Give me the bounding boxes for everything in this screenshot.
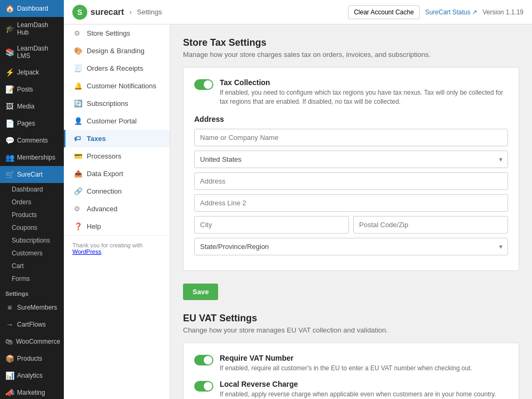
taxes-icon: 🏷 (74, 135, 82, 143)
country-select[interactable]: United States (194, 151, 508, 168)
require-vat-toggle[interactable] (194, 355, 213, 365)
tax-collection-desc: If enabled, you need to configure which … (220, 88, 508, 106)
main-content: Store Tax Settings Manage how your store… (170, 24, 532, 399)
nav-store-settings[interactable]: ⚙ Store Settings (64, 24, 170, 42)
sidebar-item-cartflows[interactable]: → CartFlows (0, 316, 64, 333)
sidebar-item-dashboard[interactable]: 🏠 Dashboard (0, 0, 64, 17)
sidebar-item-label: LearnDash Hub (17, 21, 59, 36)
sidebar-item-label: Marketing (17, 389, 45, 396)
nav-design-branding[interactable]: 🎨 Design & Branding (64, 42, 170, 60)
sidebar-sub-cart[interactable]: Cart (0, 260, 64, 272)
surecart-logo-icon: S (72, 5, 87, 20)
sidebar-sub-coupons[interactable]: Coupons (0, 221, 64, 234)
sidebar-item-memberships[interactable]: 👥 Memberships (0, 149, 64, 166)
sidebar-sub-orders[interactable]: Orders (0, 196, 64, 209)
nav-data-export[interactable]: 📤 Data Export (64, 165, 170, 182)
memberships-icon: 👥 (5, 153, 14, 162)
sidebar-item-media[interactable]: 🖼 Media (0, 98, 64, 115)
nav-label: Taxes (87, 135, 106, 143)
nav-connection[interactable]: 🔗 Connection (64, 182, 170, 200)
sidebar-item-products[interactable]: 📦 Products (0, 350, 64, 367)
nav-taxes[interactable]: 🏷 Taxes (64, 130, 170, 147)
local-reverse-toggle[interactable] (194, 381, 213, 392)
postal-input[interactable] (353, 216, 508, 234)
left-sidebar: 🏠 Dashboard 🎓 LearnDash Hub 📚 LearnDash … (0, 0, 64, 399)
address-input[interactable] (194, 172, 508, 190)
topbar: S surecart › Settings Clear Account Cach… (64, 0, 532, 24)
sidebar-sub-products[interactable]: Products (0, 209, 64, 221)
nav-customer-portal[interactable]: 👤 Customer Portal (64, 112, 170, 130)
sidebar-item-label: Products (17, 355, 42, 362)
advanced-icon: ⚙ (74, 205, 82, 213)
version-label: Version 1.1.19 (483, 9, 523, 16)
sidebar-sub-subscriptions[interactable]: Subscriptions (0, 234, 64, 247)
sidebar-item-comments[interactable]: 💬 Comments (0, 132, 64, 149)
sidebar-sub-dashboard[interactable]: Dashboard (0, 183, 64, 196)
nav-processors[interactable]: 💳 Processors (64, 147, 170, 165)
sidebar-item-learndash-hub[interactable]: 🎓 LearnDash Hub (0, 17, 64, 40)
wordpress-link[interactable]: WordPress (72, 248, 101, 255)
clear-cache-button[interactable]: Clear Account Cache (348, 5, 420, 19)
store-tax-save-button[interactable]: Save (183, 284, 218, 300)
sidebar-item-label: Dashboard (17, 5, 48, 12)
topbar-actions: Clear Account Cache SureCart Status ↗ Ve… (348, 5, 523, 19)
address2-input[interactable] (194, 194, 508, 212)
jetpack-icon: ⚡ (5, 68, 14, 77)
sidebar-item-label: WooCommerce (16, 338, 60, 345)
require-vat-label: Require VAT Number (220, 354, 472, 362)
nav-label: Orders & Receipts (87, 64, 143, 72)
require-vat-info: Require VAT Number If enabled, require a… (220, 354, 472, 373)
posts-icon: 📝 (5, 85, 14, 94)
sidebar-settings-label: Settings (0, 285, 64, 299)
store-tax-title: Store Tax Settings (183, 37, 519, 48)
sidebar-item-pages[interactable]: 📄 Pages (0, 115, 64, 132)
sidebar-item-marketing[interactable]: 📣 Marketing (0, 384, 64, 399)
nav-label: Store Settings (87, 29, 130, 37)
sidebar-item-posts[interactable]: 📝 Posts (0, 81, 64, 98)
sidebar-item-woocommerce[interactable]: 🛍 WooCommerce (0, 333, 64, 350)
content-wrapper: ⚙ Store Settings 🎨 Design & Branding 🧾 O… (64, 24, 532, 399)
notifications-icon: 🔔 (74, 82, 82, 90)
country-select-wrapper: United States (194, 151, 508, 168)
sidebar-item-analytics[interactable]: 📊 Analytics (0, 367, 64, 384)
topbar-logo: S surecart (72, 5, 124, 20)
design-branding-icon: 🎨 (74, 47, 82, 55)
products-icon: 📦 (5, 354, 14, 363)
sidebar-item-learndash-lms[interactable]: 📚 LearnDash LMS (0, 40, 64, 64)
local-reverse-info: Local Reverse Charge If enabled, apply r… (220, 380, 496, 399)
nav-help[interactable]: ❓ Help (64, 218, 170, 235)
customer-portal-icon: 👤 (74, 117, 82, 125)
nav-label: Processors (87, 152, 121, 160)
subscriptions-icon: 🔄 (74, 99, 82, 107)
sidebar-sub-forms[interactable]: Forms (0, 272, 64, 285)
sidebar-item-label: LearnDash LMS (17, 45, 59, 60)
sidebar-sub-customers[interactable]: Customers (0, 247, 64, 260)
nav-orders-receipts[interactable]: 🧾 Orders & Receipts (64, 60, 170, 77)
nav-label: Connection (87, 187, 122, 195)
nav-label: Help (87, 222, 101, 230)
city-input[interactable] (194, 216, 349, 234)
state-select-wrapper: State/Province/Region (194, 238, 508, 255)
data-export-icon: 📤 (74, 170, 82, 178)
name-company-input[interactable] (194, 129, 508, 146)
sidebar-item-label: Comments (17, 137, 48, 144)
store-tax-card: Tax Collection If enabled, you need to c… (183, 67, 519, 271)
nav-label: Customer Notifications (87, 82, 156, 90)
external-link-icon: ↗ (472, 9, 477, 16)
nav-subscriptions[interactable]: 🔄 Subscriptions (64, 95, 170, 112)
sidebar-item-jetpack[interactable]: ⚡ Jetpack (0, 64, 64, 81)
eu-vat-desc: Change how your store manages EU VAT col… (183, 326, 519, 334)
sidebar-item-surecart[interactable]: 🛒 SureCart (0, 166, 64, 183)
surecart-status-link[interactable]: SureCart Status ↗ (425, 9, 477, 16)
sidebar-item-suremembers[interactable]: ≡ SureMembers (0, 299, 64, 316)
tax-collection-toggle[interactable] (194, 79, 213, 90)
orders-receipts-icon: 🧾 (74, 64, 82, 72)
analytics-icon: 📊 (5, 371, 14, 380)
nav-customer-notifications[interactable]: 🔔 Customer Notifications (64, 77, 170, 95)
nav-advanced[interactable]: ⚙ Advanced (64, 200, 170, 218)
nav-label: Data Export (87, 170, 123, 178)
state-select[interactable]: State/Province/Region (194, 238, 508, 255)
tax-collection-info: Tax Collection If enabled, you need to c… (220, 78, 508, 106)
sidebar-item-label: Analytics (17, 372, 43, 379)
secondary-sidebar: ⚙ Store Settings 🎨 Design & Branding 🧾 O… (64, 24, 170, 399)
